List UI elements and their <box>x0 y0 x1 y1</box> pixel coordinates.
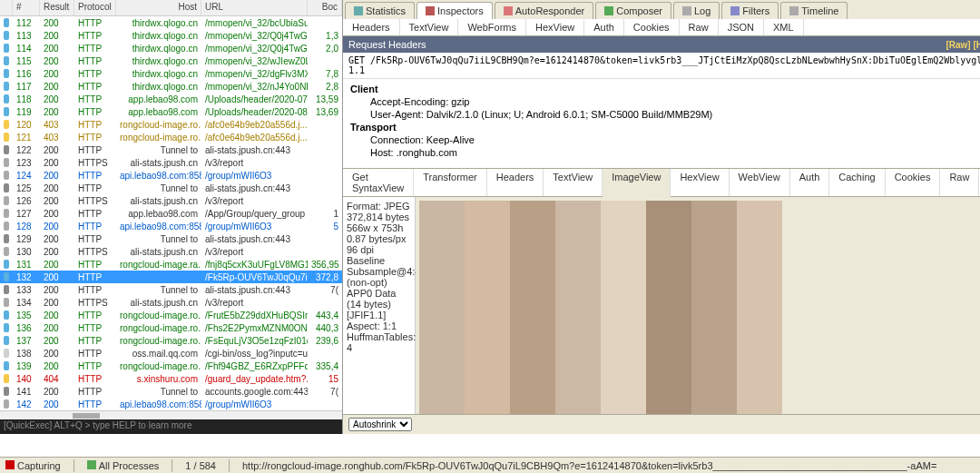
col-boc[interactable]: Boc <box>308 0 342 15</box>
timeline-icon <box>789 6 799 15</box>
top-tabs: StatisticsInspectorsAutoResponderCompose… <box>343 0 980 19</box>
img-icon <box>4 69 9 78</box>
resp-tab-get-syntaxview[interactable]: Get SyntaxView <box>343 169 414 196</box>
table-row[interactable]: 120403HTTProngcloud-image.ro.../afc0e64b… <box>0 118 342 131</box>
h-scrollbar[interactable] <box>0 410 342 419</box>
header-kv[interactable]: User-Agent: Dalvik/2.1.0 (Linux; U; Andr… <box>350 108 980 121</box>
table-row[interactable]: 135200HTTProngcloud-image.ro.../FrutE5bZ… <box>0 309 342 321</box>
right-pane: StatisticsInspectorsAutoResponderCompose… <box>343 0 980 434</box>
req-tab-auth[interactable]: Auth <box>584 19 624 35</box>
doc-icon <box>4 222 9 231</box>
image-meta: Format: JPEG372,814 bytes566w x 753h0.87… <box>343 197 416 414</box>
resp-tab-cookies[interactable]: Cookies <box>886 169 941 196</box>
table-row[interactable]: 125200HTTPTunnel toali-stats.jpush.cn:44… <box>0 182 342 194</box>
table-row[interactable]: 115200HTTPthirdwx.qlogo.cn/mmopen/vi_32/… <box>0 54 342 67</box>
processes-filter[interactable]: All Processes <box>87 460 160 471</box>
resp-tab-webview[interactable]: WebView <box>730 169 790 196</box>
req-tab-cookies[interactable]: Cookies <box>624 19 680 35</box>
table-row[interactable]: 132200HTTP/Fk5Rp-OUV6TwJ0qQu7iL...372,8 <box>0 271 342 283</box>
table-row[interactable]: 118200HTTPapp.lebao98.com/Uploads/header… <box>0 93 342 105</box>
table-row[interactable]: 113200HTTPthirdwx.qlogo.cn/mmopen/vi_32/… <box>0 29 342 42</box>
resp-tab-hexview[interactable]: HexView <box>671 169 729 196</box>
tab-autoresponder[interactable]: AutoResponder <box>495 2 593 19</box>
img-icon <box>4 44 9 53</box>
table-row[interactable]: 116200HTTPthirdwx.qlogo.cn/mmopen/vi_32/… <box>0 67 342 80</box>
capturing-indicator[interactable]: Capturing <box>5 460 61 471</box>
table-row[interactable]: 141200HTTPTunnel toaccounts.google.com:4… <box>0 385 342 398</box>
table-row[interactable]: 123200HTTPSali-stats.jpush.cn/v3/report <box>0 156 342 169</box>
table-row[interactable]: 137200HTTProngcloud-image.ro.../FsEquLjV… <box>0 334 342 347</box>
raw-links[interactable]: [Raw] [Header Definitions] <box>946 40 980 50</box>
req-tab-textview[interactable]: TextView <box>400 19 459 35</box>
header-kv[interactable]: Host: .ronghub.com <box>350 146 980 159</box>
table-row[interactable]: 112200HTTPthirdwx.qlogo.cn/mmopen/vi_32/… <box>0 16 342 29</box>
composer-icon <box>604 6 613 15</box>
req-tab-xml[interactable]: XML <box>764 19 804 35</box>
req-tab-headers[interactable]: Headers <box>343 19 400 35</box>
img-icon <box>4 361 9 370</box>
statistics-icon <box>354 6 363 15</box>
autoresponder-icon <box>504 6 513 15</box>
tab-statistics[interactable]: Statistics <box>345 2 415 19</box>
tab-inspectors[interactable]: Inspectors <box>416 2 493 19</box>
req-tab-webforms[interactable]: WebForms <box>458 19 526 35</box>
session-count: 1 / 584 <box>185 460 216 471</box>
resp-tab-transformer[interactable]: Transformer <box>414 169 487 196</box>
table-row[interactable]: 138200HTTPoss.mail.qq.com/cgi-bin/oss_lo… <box>0 347 342 360</box>
table-row[interactable]: 134200HTTPSali-stats.jpush.cn/v3/report <box>0 296 342 309</box>
img-icon <box>4 107 9 116</box>
header-kv[interactable]: Accept-Encoding: gzip <box>350 95 980 108</box>
table-row[interactable]: 140404HTTPs.xinshuru.com/guard_day_updat… <box>0 372 342 385</box>
col-protocol[interactable]: Protocol <box>74 0 116 15</box>
col-host[interactable]: Host <box>116 0 201 15</box>
resp-tab-headers[interactable]: Headers <box>487 169 544 196</box>
doc-icon <box>4 171 9 180</box>
table-row[interactable]: 136200HTTProngcloud-image.ro.../Fhs2E2Py… <box>0 321 342 334</box>
grid-body[interactable]: 112200HTTPthirdwx.qlogo.cn/mmopen/vi_32/… <box>0 16 342 410</box>
col-url[interactable]: URL <box>201 0 308 15</box>
table-row[interactable]: 142200HTTPapi.lebao98.com:8585/group/mWI… <box>0 398 342 410</box>
img-icon <box>4 310 9 320</box>
img-icon <box>4 94 9 103</box>
tab-timeline[interactable]: Timeline <box>780 2 848 19</box>
table-row[interactable]: 121403HTTProngcloud-image.ro.../afc0e64b… <box>0 131 342 143</box>
tab-composer[interactable]: Composer <box>595 2 671 19</box>
request-tabs: HeadersTextViewWebFormsHexViewAuthCookie… <box>343 19 980 36</box>
table-row[interactable]: 130200HTTPSali-stats.jpush.cn/v3/report <box>0 245 342 258</box>
autoshrink-select[interactable]: Autoshrink <box>348 418 412 431</box>
resp-tab-imageview[interactable]: ImageView <box>603 169 671 197</box>
table-row[interactable]: 139200HTTProngcloud-image.ro.../Fhf94GBZ… <box>0 360 342 372</box>
resp-tab-auth[interactable]: Auth <box>790 169 830 196</box>
tab-filters[interactable]: Filters <box>721 2 779 19</box>
req-tab-raw[interactable]: Raw <box>680 19 719 35</box>
resp-tab-caching[interactable]: Caching <box>829 169 885 196</box>
quickexec-bar[interactable]: [QuickExec] ALT+Q > type HELP to learn m… <box>0 419 342 434</box>
table-row[interactable]: 124200HTTPapi.lebao98.com:8585/group/mWI… <box>0 169 342 182</box>
resp-tab-textview[interactable]: TextView <box>544 169 603 196</box>
doc-icon <box>4 399 9 409</box>
table-row[interactable]: 119200HTTPapp.lebao98.com/Uploads/header… <box>0 105 342 118</box>
resp-tab-raw[interactable]: Raw <box>940 169 979 196</box>
header-kv[interactable]: Connection: Keep-Alive <box>350 133 980 146</box>
table-row[interactable]: 117200HTTPthirdwx.qlogo.cn/mmopen/vi_32/… <box>0 80 342 93</box>
client-group: Client <box>350 83 980 95</box>
table-row[interactable]: 127200HTTPapp.lebao98.com/App/Group/quer… <box>0 207 342 220</box>
table-row[interactable]: 129200HTTPTunnel toali-stats.jpush.cn:44… <box>0 232 342 245</box>
req-tab-hexview[interactable]: HexView <box>526 19 584 35</box>
table-row[interactable]: 131200HTTProngcloud-image.ra.../fnj8q5cx… <box>0 258 342 271</box>
image-view[interactable] <box>416 197 980 414</box>
capture-icon <box>5 460 15 469</box>
table-row[interactable]: 126200HTTPSali-stats.jpush.cn/v3/report <box>0 194 342 207</box>
table-row[interactable]: 128200HTTPapi.lebao98.com:8585/group/mWI… <box>0 220 342 232</box>
col-num[interactable]: # <box>13 0 40 15</box>
tab-log[interactable]: Log <box>673 2 720 19</box>
autoshrink-bar: Autoshrink <box>343 414 980 434</box>
log-icon <box>682 6 691 15</box>
doc-icon <box>4 247 9 256</box>
req-tab-json[interactable]: JSON <box>719 19 764 35</box>
doc-icon <box>4 196 9 205</box>
table-row[interactable]: 122200HTTPTunnel toali-stats.jpush.cn:44… <box>0 143 342 156</box>
col-result[interactable]: Result <box>40 0 74 15</box>
table-row[interactable]: 133200HTTPTunnel toali-stats.jpush.cn:44… <box>0 283 342 296</box>
table-row[interactable]: 114200HTTPthirdwx.qlogo.cn/mmopen/vi_32/… <box>0 42 342 54</box>
